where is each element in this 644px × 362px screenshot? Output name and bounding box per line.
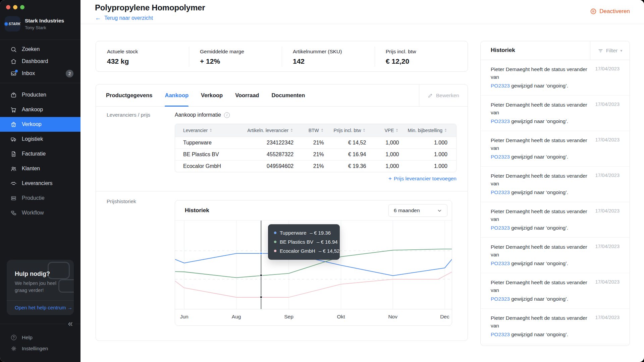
filter-button[interactable]: Filter ▾ (590, 41, 630, 60)
line-chart-plot[interactable]: Tupperware – € 19.36 BE Plastics BV – € … (175, 221, 452, 309)
app-window: STARK Stark Industries Tony Stark Zoeken… (0, 0, 644, 362)
history-list-item: Pieter Demaeght heeft de status verander… (481, 273, 630, 309)
zoom-window-button[interactable] (20, 5, 24, 9)
document-icon (10, 151, 17, 157)
sidebar-item-klanten[interactable]: Klanten (0, 161, 80, 176)
tab-aankoop[interactable]: Aankoop (165, 84, 189, 106)
history-item-date: 17/04/2023 (595, 172, 620, 178)
po-link[interactable]: PO2323 (491, 225, 510, 231)
sidebar-item-leveranciers[interactable]: Leveranciers (0, 176, 80, 191)
x-axis-label: Sep (284, 314, 293, 320)
page-title: Polypropylene Homopolymer (95, 3, 205, 12)
column-header-leverancier[interactable]: Leverancier (175, 124, 236, 137)
filter-icon (598, 48, 603, 54)
range-select[interactable]: 6 maanden (388, 204, 447, 217)
back-link-label: Terug naar overzicht (104, 15, 153, 21)
sidebar-item-logistiek[interactable]: Logistiek (0, 132, 80, 146)
suppliers-section-label: Leveranciers / prijs (107, 112, 150, 118)
stats-card: Actuele stock 432 kg Gemiddelde marge + … (96, 41, 468, 72)
edit-button[interactable]: Bewerken (419, 84, 468, 106)
stat-value: + 12% (200, 57, 282, 65)
sidebar-item-label: Leveranciers (22, 180, 53, 186)
package-icon (10, 92, 17, 98)
cell-leverancier: Tupperware (175, 137, 236, 148)
column-header-min-bijbestelling[interactable]: Min. bijbestelling (408, 124, 456, 137)
po-link[interactable]: PO2323 (491, 118, 510, 124)
tooltip-row: Ecocalor GmbH – € 14,52 (274, 246, 334, 255)
history-item-text2: gewijzigd naar ‘ongoing’. (510, 118, 568, 124)
sidebar-item-label: Inbox (22, 70, 35, 76)
table-header-row: Leverancier Artikeln. leverancier BTW Pr… (175, 124, 456, 137)
sort-icon (320, 128, 324, 132)
column-header-btw[interactable]: BTW (302, 124, 333, 137)
po-link[interactable]: PO2323 (491, 331, 510, 337)
home-icon (10, 58, 17, 65)
po-link[interactable]: PO2323 (491, 154, 510, 160)
cell-vpe: 1,000 (375, 137, 408, 148)
gear-icon (10, 346, 17, 352)
arrow-left-icon: ← (95, 14, 101, 21)
history-item-date: 17/04/2023 (595, 207, 620, 214)
sidebar-item-aankoop[interactable]: Aankoop (0, 102, 80, 117)
cell-vpe: 1,000 (375, 148, 408, 160)
account-switcher[interactable]: STARK Stark Industries Tony Stark (5, 16, 64, 32)
x-axis-label: Nov (388, 314, 397, 320)
sidebar-item-inbox[interactable]: Inbox 2 (0, 67, 80, 80)
sidebar-item-producten[interactable]: Producten (0, 87, 80, 102)
price-history-chart-card: Historiek 6 maanden Tupperware – € 19.36 (175, 200, 452, 326)
users-icon (10, 166, 17, 172)
tab-voorraad[interactable]: Voorraad (235, 84, 259, 106)
history-item-text2: gewijzigd naar ‘ongoing’. (510, 296, 568, 302)
open-help-center-link[interactable]: Open het help centrum → (15, 305, 72, 310)
sidebar-item-instellingen[interactable]: Instellingen (0, 342, 80, 355)
table-row[interactable]: BE Plastics BV 455287322 21% € 16.94 1,0… (175, 148, 456, 160)
add-supplier-price-link[interactable]: +Prijs leverancier toevoegen (175, 175, 457, 182)
stat-label: Gemiddelde marge (200, 49, 282, 55)
info-icon[interactable]: i (224, 112, 230, 118)
sidebar-item-facturatie[interactable]: Facturatie (0, 146, 80, 161)
sidebar-item-dashboard[interactable]: Dashboard (0, 55, 80, 68)
history-list-item: Pieter Demaeght heeft de status verander… (481, 131, 630, 167)
history-item-text: Pieter Demaeght heeft de status verander… (491, 172, 595, 187)
table-row[interactable]: Tupperware 234122342 21% € 14,52 1,000 1… (175, 137, 456, 148)
back-to-overview-link[interactable]: ← Terug naar overzicht (95, 14, 153, 21)
sidebar-item-label: Producten (22, 92, 46, 98)
stat-value: € 12,20 (386, 57, 468, 65)
help-card-divider (7, 300, 74, 301)
sidebar-item-zoeken[interactable]: Zoeken (0, 43, 80, 56)
question-icon: ? (10, 335, 17, 340)
supplier-price-table: Leverancier Artikeln. leverancier BTW Pr… (175, 124, 457, 172)
sidebar-item-workflow[interactable]: Workflow (0, 205, 80, 220)
truck-icon (10, 136, 17, 142)
deactivate-button[interactable]: Deactiveren (590, 8, 630, 15)
tab-verkoop[interactable]: Verkoop (201, 84, 223, 106)
po-link[interactable]: PO2323 (491, 296, 510, 302)
history-item-text2: gewijzigd naar ‘ongoing’. (510, 331, 568, 337)
minimize-window-button[interactable] (13, 5, 17, 9)
stat-label: Actuele stock (107, 49, 189, 55)
column-header-artikelnummer[interactable]: Artikeln. leverancier (236, 124, 302, 137)
sidebar-divider (0, 83, 80, 83)
po-link[interactable]: PO2323 (491, 83, 510, 88)
table-row[interactable]: Ecocalor GmbH 049594602 21% € 19.36 1,00… (175, 160, 456, 172)
cell-prijs: € 16.94 (333, 148, 375, 160)
help-card-body: We helpen jou heel graag verder! (15, 280, 65, 294)
sort-icon (290, 128, 293, 132)
user-name: Tony Stark (25, 25, 64, 30)
stark-logo: STARK (5, 16, 20, 32)
history-item-text: Pieter Demaeght heeft de status verander… (491, 279, 595, 294)
sidebar-item-label: Verkoop (22, 121, 42, 127)
close-window-button[interactable] (6, 5, 10, 9)
column-header-vpe[interactable]: VPE (375, 124, 408, 137)
tab-documenten[interactable]: Documenten (271, 84, 305, 106)
sidebar-item-productie[interactable]: Productie (0, 191, 80, 205)
tab-productgegevens[interactable]: Productgegevens (106, 84, 152, 106)
collapse-sidebar-button[interactable]: « (66, 318, 75, 329)
po-link[interactable]: PO2323 (491, 260, 510, 266)
po-link[interactable]: PO2323 (491, 189, 510, 195)
column-header-prijs[interactable]: Prijs incl. btw (333, 124, 375, 137)
cell-min-bijbestelling: 1.000 (408, 137, 456, 148)
history-item-text: Pieter Demaeght heeft de status verander… (491, 65, 595, 81)
cell-artikelnummer: 234122342 (236, 137, 302, 148)
sidebar-item-verkoop[interactable]: Verkoop (0, 117, 80, 132)
